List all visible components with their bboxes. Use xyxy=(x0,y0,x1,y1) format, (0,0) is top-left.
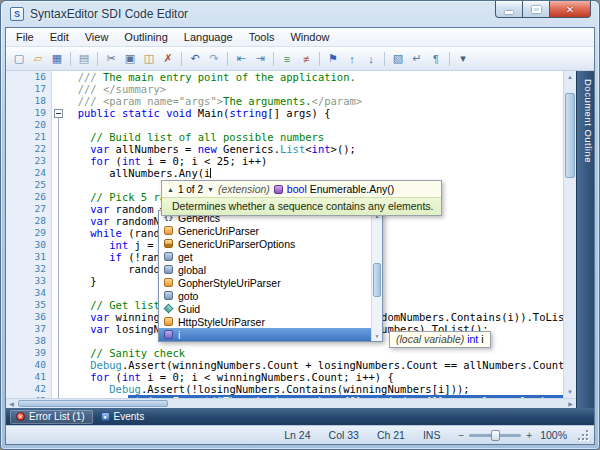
overload-up-icon[interactable]: ▲ xyxy=(167,186,174,193)
paste-icon[interactable]: ◫ xyxy=(140,50,158,68)
outdent-icon[interactable]: ⇤ xyxy=(232,50,250,68)
title-bar[interactable]: S SyntaxEditor SDI Code Editor ✕ xyxy=(1,1,599,27)
code-line[interactable] xyxy=(65,119,563,131)
code-line[interactable]: for (int i = 0; i < winningNumbers.Count… xyxy=(65,371,563,383)
scroll-left-icon[interactable]: ◀ xyxy=(6,399,17,408)
zoom-out-icon[interactable]: − xyxy=(458,430,464,441)
code-line[interactable]: Debug.Assert(!losingNumbers.Contains(win… xyxy=(65,383,563,395)
menu-view[interactable]: View xyxy=(77,29,117,45)
maximize-button[interactable] xyxy=(522,1,550,18)
status-column: Col 33 xyxy=(329,429,359,441)
undo-icon[interactable]: ↶ xyxy=(186,50,204,68)
close-button[interactable]: ✕ xyxy=(549,1,591,18)
whitespace-icon[interactable]: ¶ xyxy=(427,50,445,68)
variable-icon xyxy=(163,329,174,340)
comment-icon[interactable]: ≡ xyxy=(278,50,296,68)
menu-edit[interactable]: Edit xyxy=(42,29,77,45)
toolbar-separator xyxy=(70,52,71,66)
overload-down-icon[interactable]: ▼ xyxy=(207,186,214,193)
code-line[interactable]: public static void Main(string[] args) { xyxy=(65,107,563,119)
completion-scroll-down-icon[interactable]: ▼ xyxy=(372,331,382,341)
completion-item[interactable]: GopherStyleUriParser xyxy=(159,276,371,289)
line-number: 30 xyxy=(6,239,46,251)
scroll-down-icon[interactable]: ▼ xyxy=(564,386,576,398)
minimize-icon xyxy=(505,11,513,14)
open-folder-icon[interactable]: ▱ xyxy=(29,50,47,68)
outline-guide-line xyxy=(58,118,59,398)
indent-icon[interactable]: ⇥ xyxy=(251,50,269,68)
delete-icon[interactable]: ✗ xyxy=(159,50,177,68)
completion-item[interactable]: i xyxy=(159,328,371,341)
code-line[interactable]: Debug.Assert(winningNumbers.Count + losi… xyxy=(65,359,563,371)
completion-scroll-thumb[interactable] xyxy=(373,263,381,297)
scroll-right-icon[interactable]: ▶ xyxy=(565,399,576,408)
menu-language[interactable]: Language xyxy=(176,29,241,45)
code-line[interactable]: // Build list of all possible numbers xyxy=(65,131,563,143)
menu-tools[interactable]: Tools xyxy=(241,29,283,45)
completion-scrollbar[interactable]: ▲ ▼ xyxy=(371,211,382,341)
code-line[interactable]: allNumbers.Any(i xyxy=(65,167,563,179)
word-wrap-icon[interactable]: ↵ xyxy=(408,50,426,68)
minimize-button[interactable] xyxy=(495,1,523,18)
horizontal-scroll-thumb[interactable] xyxy=(18,400,168,407)
menu-file[interactable]: File xyxy=(8,29,42,45)
toolbar: ▢▱▦▤✂▣◫✗↶↷⇤⇥≡≠⚑↑↓▧↵¶▾ xyxy=(6,47,594,71)
line-number: 42 xyxy=(6,383,46,395)
completion-item[interactable]: GenericUriParser xyxy=(159,224,371,237)
vertical-scroll-thumb[interactable] xyxy=(565,93,575,178)
line-number: 25 xyxy=(6,179,46,191)
print-icon[interactable]: ▤ xyxy=(75,50,93,68)
previous-bookmark-icon[interactable]: ↑ xyxy=(343,50,361,68)
completion-item[interactable]: get xyxy=(159,250,371,263)
line-number: 34 xyxy=(6,287,46,299)
scroll-up-icon[interactable]: ▲ xyxy=(564,71,576,83)
maximize-icon xyxy=(532,6,541,13)
completion-item[interactable]: goto xyxy=(159,289,371,302)
bookmark-icon[interactable]: ⚑ xyxy=(324,50,342,68)
toolbar-separator xyxy=(181,52,182,66)
tooltip-name: i xyxy=(478,333,483,345)
uncomment-icon[interactable]: ≠ xyxy=(297,50,315,68)
redo-icon[interactable]: ↷ xyxy=(205,50,223,68)
caption-buttons: ✕ xyxy=(496,1,591,18)
completion-item-label: HttpStyleUriParser xyxy=(178,316,265,328)
toolbar-overflow-icon[interactable]: ▾ xyxy=(454,50,472,68)
menu-outlining[interactable]: Outlining xyxy=(116,29,175,45)
menu-window[interactable]: Window xyxy=(282,29,337,45)
code-line[interactable]: /// <param name="args">The arguments.</p… xyxy=(65,95,563,107)
cut-icon[interactable]: ✂ xyxy=(102,50,120,68)
text-caret xyxy=(210,168,211,178)
collapse-toggle[interactable] xyxy=(54,109,63,118)
zoom-in-icon[interactable]: + xyxy=(526,430,532,441)
tab-events[interactable]: ● Events xyxy=(95,410,153,424)
tab-error-list[interactable]: ✕ Error List (1) xyxy=(10,410,93,424)
completion-item[interactable]: Guid xyxy=(159,302,371,315)
outlining-icon[interactable]: ▧ xyxy=(389,50,407,68)
toolbar-separator xyxy=(273,52,274,66)
document-outline-tab[interactable]: Document Outline xyxy=(576,71,594,408)
copy-icon[interactable]: ▣ xyxy=(121,50,139,68)
completion-item-tooltip: (local variable) int i xyxy=(389,331,491,348)
zoom-slider[interactable] xyxy=(469,434,521,437)
vertical-scrollbar[interactable]: ▲ ▼ xyxy=(563,71,576,398)
code-line[interactable]: /// </summary> xyxy=(65,83,563,95)
code-line[interactable]: /// The main entry point of the applicat… xyxy=(65,71,563,83)
zoom-slider-thumb[interactable] xyxy=(491,430,500,441)
code-line[interactable]: for (int i = 0; i < 25; i++) xyxy=(65,155,563,167)
completion-item[interactable]: HttpStyleUriParser xyxy=(159,315,371,328)
resize-grip[interactable] xyxy=(577,429,590,442)
code-line[interactable]: var allNumbers = new Generics.List<int>(… xyxy=(65,143,563,155)
new-file-icon[interactable]: ▢ xyxy=(10,50,28,68)
completion-item-label: GopherStyleUriParser xyxy=(178,277,281,289)
completion-item-label: i xyxy=(178,329,180,341)
completion-item[interactable]: GenericUriParserOptions xyxy=(159,237,371,250)
code-line[interactable]: // Sanity check xyxy=(65,347,563,359)
save-icon[interactable]: ▦ xyxy=(48,50,66,68)
status-insert-mode: INS xyxy=(423,429,441,441)
horizontal-scrollbar[interactable]: ◀ ▶ xyxy=(6,398,576,408)
next-bookmark-icon[interactable]: ↓ xyxy=(362,50,380,68)
line-number: 41 xyxy=(6,371,46,383)
completion-item[interactable]: global xyxy=(159,263,371,276)
completion-list: GenericsGenericUriParserGenericUriParser… xyxy=(158,210,383,342)
keyword-icon xyxy=(163,264,174,275)
